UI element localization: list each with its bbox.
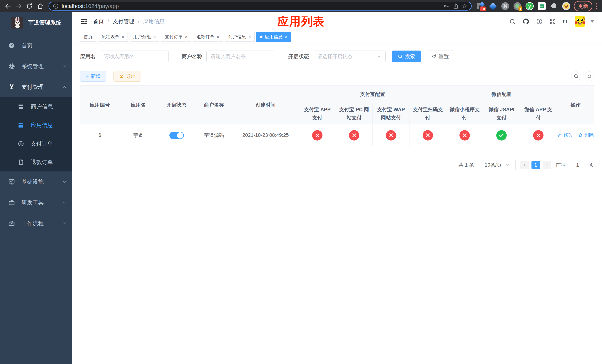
page-number-current[interactable]: 1 <box>531 161 540 169</box>
browser-home-button[interactable] <box>35 1 45 11</box>
extension-grid-icon[interactable]: 10 <box>476 2 485 10</box>
chevron-down-icon <box>376 54 381 59</box>
browser-chrome: localhost:1024/pay/app ☆ 10 ⌘ 1 y <box>0 0 602 12</box>
channel-status-icon <box>496 130 507 140</box>
user-avatar[interactable] <box>575 16 585 27</box>
tag-refund-order[interactable]: 退款订单× <box>193 32 223 42</box>
extension-avatar-icon[interactable]: 1 <box>513 2 522 10</box>
site-info-icon[interactable] <box>53 3 59 9</box>
top-navbar: 首页 / 支付管理 / 应用信息 应用列表 ? <box>72 12 602 31</box>
download-icon <box>119 74 124 79</box>
col-header-alipay-wap: 支付宝 WAP 网站支付 <box>373 103 409 124</box>
sidebar-item-payment[interactable]: ¥ 支付管理 <box>0 77 72 97</box>
address-bar[interactable]: localhost:1024/pay/app ☆ <box>49 2 472 11</box>
close-icon[interactable]: × <box>216 34 219 39</box>
breadcrumb-payment[interactable]: 支付管理 <box>113 18 134 25</box>
monitor-check-icon <box>8 179 16 185</box>
table-row: 6 芋道 芋道源码 2021-10-23 08:49:25 <box>80 124 594 146</box>
browser-update-button[interactable]: 更新 <box>574 1 592 11</box>
sidebar-item-refund-order[interactable]: 退款订单 <box>0 153 72 171</box>
goto-page-input[interactable] <box>571 160 584 170</box>
search-button[interactable]: 搜索 <box>392 51 421 62</box>
extension-gem-icon[interactable] <box>489 2 497 10</box>
extension-chat-icon[interactable] <box>538 2 546 10</box>
filter-form: 应用名 商户名称 开启状态 请选择开启状态 搜索 重置 <box>80 51 594 62</box>
page-content: 应用名 商户名称 开启状态 请选择开启状态 搜索 重置 <box>72 43 602 364</box>
browser-reload-button[interactable] <box>24 1 34 11</box>
pencil-icon <box>557 133 562 137</box>
export-button[interactable]: 导出 <box>113 71 141 82</box>
yen-circle-icon: ¥ <box>17 140 25 147</box>
extension-y-icon[interactable]: y <box>525 2 534 10</box>
fullscreen-icon[interactable] <box>549 18 556 25</box>
merchant-name-input[interactable] <box>206 51 275 62</box>
profile-avatar-icon[interactable] <box>562 2 570 10</box>
briefcase-icon <box>8 199 16 206</box>
tag-app-info[interactable]: 应用信息× <box>256 32 291 42</box>
show-search-button[interactable] <box>571 72 581 81</box>
close-icon[interactable]: × <box>185 34 188 39</box>
status-label: 开启状态 <box>288 53 309 60</box>
col-header-wx-lite: 微信小程序支付 <box>446 103 483 124</box>
pagination: 共 1 条 10条/页 1 前往 页 <box>80 160 594 170</box>
share-icon[interactable] <box>453 3 459 9</box>
active-dot <box>260 36 262 38</box>
breadcrumb-home[interactable]: 首页 <box>93 18 104 25</box>
browser-menu-icon[interactable] <box>596 3 597 9</box>
cell-actions: 修改 删除 <box>557 124 594 146</box>
add-button[interactable]: + 新增 <box>80 71 106 82</box>
chevron-left-icon <box>522 163 527 167</box>
sidebar-item-devtools[interactable]: 研发工具 <box>0 192 72 213</box>
status-select[interactable]: 请选择开启状态 <box>313 51 386 62</box>
sidebar-logo[interactable]: 芋道管理系统 <box>0 12 72 33</box>
tag-home[interactable]: 首页 <box>80 32 96 42</box>
payment-submenu: 商户信息 应用信息 ¥ 支付订单 <box>0 97 72 171</box>
browser-forward-button[interactable] <box>14 1 24 11</box>
browser-back-button[interactable] <box>3 1 13 11</box>
password-key-icon[interactable] <box>443 3 450 9</box>
reset-button[interactable]: 重置 <box>426 51 454 62</box>
font-size-icon[interactable]: tT <box>563 18 568 25</box>
total-count: 共 1 条 <box>459 162 474 168</box>
sidebar-item-home[interactable]: 首页 <box>0 35 72 56</box>
help-icon[interactable]: ? <box>536 18 543 25</box>
avatar-caret-icon[interactable] <box>591 20 594 22</box>
sidebar-collapse-button[interactable] <box>80 18 87 25</box>
table-toolbar: + 新增 导出 <box>80 71 594 82</box>
sidebar-item-infra[interactable]: 基础设施 <box>0 171 72 192</box>
delete-link[interactable]: 删除 <box>578 132 594 138</box>
extensions-puzzle-icon[interactable] <box>550 2 558 10</box>
close-icon[interactable]: × <box>153 34 156 39</box>
tag-user-group[interactable]: 用户分组× <box>129 32 159 42</box>
sidebar-item-system[interactable]: 系统管理 <box>0 56 72 77</box>
close-icon[interactable]: × <box>121 34 124 39</box>
edit-link[interactable]: 修改 <box>557 132 573 138</box>
tag-pay-order[interactable]: 支付订单× <box>161 32 191 42</box>
sidebar-item-merchant-info[interactable]: 商户信息 <box>0 97 72 116</box>
cell-create-time: 2021-10-23 08:49:25 <box>232 124 299 146</box>
cell-merchant: 芋道源码 <box>196 124 232 146</box>
sidebar-item-workflow[interactable]: 工作流程 <box>0 213 72 234</box>
prev-page-button[interactable] <box>520 161 529 169</box>
extension-command-icon[interactable]: ⌘ <box>501 2 509 10</box>
col-header-create-time: 创建时间 <box>232 86 299 124</box>
close-icon[interactable]: × <box>285 34 288 39</box>
hamburger-collapse-icon <box>80 18 87 25</box>
tag-process-form[interactable]: 流程表单× <box>98 32 128 42</box>
status-toggle[interactable] <box>169 132 184 139</box>
col-header-alipay-app: 支付宝 APP 支付 <box>299 103 336 124</box>
page-size-select[interactable]: 10条/页 <box>479 160 516 170</box>
github-icon[interactable] <box>522 18 529 25</box>
sidebar-item-pay-order[interactable]: ¥ 支付订单 <box>0 134 72 153</box>
sidebar-item-app-info[interactable]: 应用信息 <box>0 116 72 134</box>
app-name-input[interactable] <box>100 51 169 62</box>
merchant-name-label: 商户名称 <box>182 53 202 60</box>
tag-merchant-info[interactable]: 商户信息× <box>225 32 255 42</box>
close-icon[interactable]: × <box>248 34 251 39</box>
search-icon[interactable] <box>509 18 516 25</box>
home-icon <box>37 3 44 10</box>
next-page-button[interactable] <box>543 161 551 169</box>
refresh-table-button[interactable] <box>585 72 594 81</box>
navbar-actions: ? tT <box>509 16 594 27</box>
bookmark-star-icon[interactable]: ☆ <box>462 3 467 9</box>
